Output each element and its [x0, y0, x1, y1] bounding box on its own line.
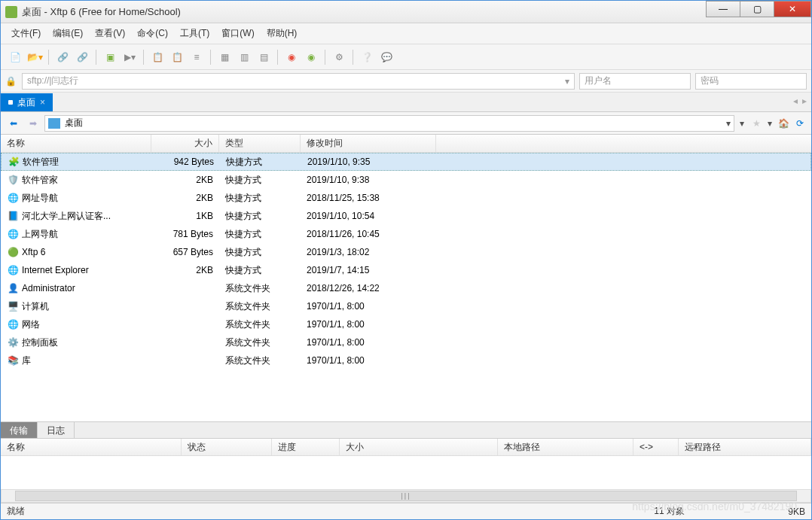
tab-desktop[interactable]: 桌面 ×	[1, 93, 53, 111]
menu-window[interactable]: 窗口(W)	[217, 24, 258, 43]
file-icon: 🛡️	[7, 174, 19, 186]
file-time: 2019/1/10, 9:35	[301, 155, 437, 169]
grid-icon[interactable]: ▥	[236, 49, 252, 65]
file-time: 2018/12/26, 14:22	[301, 281, 436, 295]
menu-view[interactable]: 查看(V)	[90, 24, 130, 43]
app-window: 桌面 - Xftp 6 (Free for Home/School) — ▢ ✕…	[0, 0, 812, 520]
refresh-icon[interactable]: ⟳	[793, 118, 807, 129]
menu-tool[interactable]: 工具(T)	[176, 24, 214, 43]
scrollbar-thumb[interactable]: |||	[15, 491, 797, 501]
path-combo[interactable]: 桌面 ▾	[44, 115, 734, 132]
red-circle-icon[interactable]: ◉	[283, 49, 300, 65]
file-icon: 🌐	[7, 264, 19, 276]
file-time: 2019/1/10, 9:38	[301, 173, 436, 187]
file-type: 系统文件夹	[219, 281, 301, 296]
list-item[interactable]: 🖥️计算机系统文件夹1970/1/1, 8:00	[1, 297, 811, 315]
tcol-remote[interactable]: 远程路径	[679, 439, 811, 455]
tcol-progress[interactable]: 进度	[272, 439, 340, 455]
app-icon	[5, 6, 17, 18]
list-item[interactable]: 🌐上网导航781 Bytes快捷方式2018/11/26, 10:45	[1, 225, 811, 243]
tcol-name[interactable]: 名称	[1, 439, 182, 455]
tcol-local[interactable]: 本地路径	[498, 439, 633, 455]
new-session-icon[interactable]: 📄	[7, 49, 23, 65]
help-icon[interactable]: ❔	[359, 49, 375, 65]
link-icon[interactable]: 🔗	[54, 49, 71, 65]
menu-help[interactable]: 帮助(H)	[262, 24, 302, 43]
chat-icon[interactable]: 💬	[378, 49, 395, 65]
list-item[interactable]: 👤Administrator系统文件夹2018/12/26, 14:22	[1, 279, 811, 297]
list-item[interactable]: ⚙️控制面板系统文件夹1970/1/1, 8:00	[1, 333, 811, 351]
chevron-down-icon[interactable]: ▾	[726, 118, 731, 129]
username-input[interactable]: 用户名	[579, 73, 691, 90]
back-button[interactable]: ⬅	[5, 115, 22, 132]
tile-icon[interactable]: ▤	[255, 49, 272, 65]
file-name: 软件管家	[22, 174, 58, 187]
file-size: 2KB	[151, 173, 219, 187]
tab-transfer[interactable]: 传输	[1, 422, 38, 438]
new-window-icon[interactable]: ▣	[102, 49, 118, 65]
col-name[interactable]: 名称	[1, 135, 151, 152]
dropdown-button[interactable]: ▾	[766, 118, 774, 129]
menu-edit[interactable]: 编辑(E)	[48, 24, 87, 43]
green-circle-icon[interactable]: ◉	[303, 49, 319, 65]
tcol-size[interactable]: 大小	[340, 439, 498, 455]
horizontal-scrollbar[interactable]: |||	[1, 489, 811, 503]
col-type[interactable]: 类型	[219, 135, 301, 152]
status-ready: 就绪	[7, 505, 25, 518]
address-bar-row: 🔒 sftp://|闫志行 ▾ 用户名 密码	[1, 70, 811, 93]
menu-command[interactable]: 命令(C)	[133, 24, 172, 43]
minimize-button[interactable]: —	[706, 1, 740, 17]
copy-icon[interactable]: 📋	[149, 49, 166, 65]
list-item[interactable]: 📚库系统文件夹1970/1/1, 8:00	[1, 351, 811, 369]
path-text: 桌面	[65, 117, 83, 129]
star-icon[interactable]: ★	[749, 118, 763, 129]
transfer-body	[1, 456, 811, 489]
col-time[interactable]: 修改时间	[301, 135, 436, 152]
tab-next-icon[interactable]: ▸	[802, 96, 807, 106]
file-type: 快捷方式	[219, 227, 301, 242]
play-icon[interactable]: ▶▾	[121, 49, 138, 65]
separator	[143, 50, 144, 65]
tab-prev-icon[interactable]: ◂	[793, 96, 798, 106]
tab-close-icon[interactable]: ×	[40, 97, 45, 108]
list-item[interactable]: 🌐Internet Explorer2KB快捷方式2019/1/7, 14:15	[1, 261, 811, 279]
list-item[interactable]: 🛡️软件管家2KB快捷方式2019/1/10, 9:38	[1, 171, 811, 189]
list-item[interactable]: 🌐网络系统文件夹1970/1/1, 8:00	[1, 315, 811, 333]
tcol-status[interactable]: 状态	[182, 439, 272, 455]
file-size	[151, 287, 219, 290]
gear-icon[interactable]: ⚙	[331, 49, 347, 65]
home-icon[interactable]: 🏠	[777, 118, 790, 129]
tcol-dir[interactable]: <->	[633, 439, 679, 455]
file-size	[151, 359, 219, 362]
file-name: Administrator	[22, 283, 75, 293]
maximize-button[interactable]: ▢	[740, 1, 774, 17]
open-folder-icon[interactable]: 📂▾	[26, 49, 43, 65]
col-size[interactable]: 大小	[151, 135, 219, 152]
file-name: 控制面板	[22, 336, 58, 349]
close-button[interactable]: ✕	[774, 1, 811, 17]
file-type: 快捷方式	[219, 263, 301, 278]
layout-icon[interactable]: ▦	[216, 49, 233, 65]
file-name: 计算机	[22, 300, 49, 313]
password-input[interactable]: 密码	[695, 73, 807, 90]
paste-icon[interactable]: 📋	[169, 49, 185, 65]
dropdown-button[interactable]: ▾	[737, 118, 746, 129]
list-icon[interactable]: ≡	[188, 49, 205, 65]
file-type: 快捷方式	[219, 190, 301, 206]
file-type: 系统文件夹	[219, 317, 301, 333]
file-time: 2019/1/7, 14:15	[301, 263, 436, 277]
tab-label: 桌面	[17, 96, 35, 109]
tab-log[interactable]: 日志	[38, 422, 75, 438]
list-item[interactable]: 🌐网址导航2KB快捷方式2018/11/25, 15:38	[1, 189, 811, 207]
file-time: 2018/11/25, 15:38	[301, 191, 436, 205]
list-item[interactable]: 🟢Xftp 6657 Bytes快捷方式2019/1/3, 18:02	[1, 243, 811, 261]
chevron-down-icon[interactable]: ▾	[565, 76, 569, 87]
list-item[interactable]: 🧩软件管理942 Bytes快捷方式2019/1/10, 9:35	[1, 153, 811, 171]
list-item[interactable]: 📘河北大学上网认证客...1KB快捷方式2019/1/10, 10:54	[1, 207, 811, 225]
unlink-icon[interactable]: 🔗	[74, 49, 90, 65]
separator	[277, 50, 278, 65]
forward-button[interactable]: ➡	[25, 115, 41, 132]
address-input[interactable]: sftp://|闫志行 ▾	[22, 73, 575, 90]
menu-file[interactable]: 文件(F)	[7, 24, 45, 43]
file-time: 2019/1/3, 18:02	[301, 245, 436, 259]
